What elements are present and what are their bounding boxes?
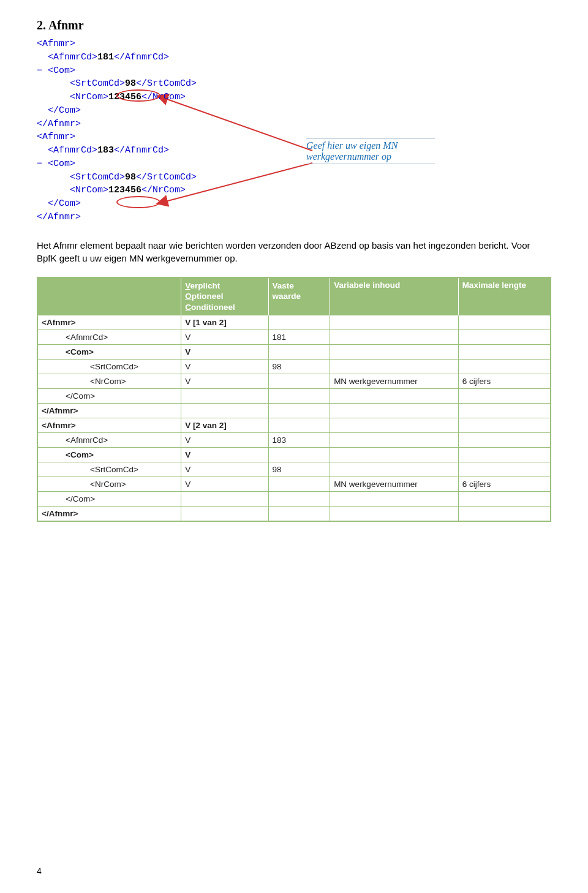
cell-element: <Afnmr> [37, 418, 181, 433]
cell-element: <AfnmrCd> [37, 330, 181, 345]
table-header-row: Verplicht Optioneel Conditioneel Vaste w… [37, 277, 551, 315]
table-row: <NrCom>VMN werkgevernummer6 cijfers [37, 477, 551, 492]
xml-line: </Afnmr> [37, 211, 551, 224]
xml-text: <NrCom> [70, 185, 108, 195]
table-row: <SrtComCd>V98 [37, 360, 551, 374]
cell-vaste [268, 345, 330, 360]
xml-text: </SrtComCd> [136, 172, 197, 183]
cell-max [458, 315, 551, 330]
xml-text: <SrtComCd> [70, 78, 125, 89]
cell-voc: V [181, 374, 268, 389]
table-row: <Com>V [37, 345, 551, 360]
th-text: onditioneel [191, 303, 235, 312]
annotation-box: Geef hier uw eigen MN werkgevernummer op [306, 138, 441, 165]
xml-line: − <Com> [37, 64, 551, 78]
table-row: </Afnmr> [37, 507, 551, 522]
cell-max: 6 cijfers [458, 374, 551, 389]
cell-voc: V [181, 345, 268, 360]
cell-element: </Afnmr> [37, 404, 181, 418]
xml-value: 98 [125, 78, 136, 89]
xml-text: <Com> [48, 66, 75, 76]
cell-variabele [330, 360, 459, 374]
th-element [37, 277, 181, 315]
xml-value: 123456 [108, 185, 141, 195]
section-title: 2. Afnmr [37, 18, 551, 32]
table-row: <Afnmr>V [1 van 2] [37, 315, 551, 330]
xml-value: 183 [97, 145, 114, 156]
xml-line: <NrCom>123456</NrCom> [37, 184, 551, 197]
xml-text: <AfnmrCd> [48, 52, 97, 62]
xml-line: <SrtComCd>98</SrtComCd> [37, 171, 551, 184]
cell-voc: V [181, 433, 268, 448]
cell-variabele: MN werkgevernummer [330, 477, 459, 492]
th-variabele: Variabele inhoud [330, 277, 459, 315]
cell-variabele [330, 404, 459, 418]
th-text: O [185, 292, 192, 301]
cell-variabele [330, 345, 459, 360]
cell-element: <SrtComCd> [37, 462, 181, 477]
th-text: ptioneel [192, 292, 224, 301]
xml-line: </Com> [37, 197, 551, 211]
cell-variabele [330, 433, 459, 448]
cell-element: </Com> [37, 492, 181, 507]
th-max: Maximale lengte [458, 277, 551, 315]
xml-text: </NrCom> [141, 185, 186, 195]
cell-max [458, 492, 551, 507]
cell-element: <Com> [37, 345, 181, 360]
circle-highlight-2 [116, 196, 160, 208]
cell-vaste: 183 [268, 433, 330, 448]
cell-element: <NrCom> [37, 374, 181, 389]
table-row: </Com> [37, 389, 551, 404]
cell-vaste: 98 [268, 360, 330, 374]
cell-variabele [330, 315, 459, 330]
table-row: </Afnmr> [37, 404, 551, 418]
cell-variabele: MN werkgevernummer [330, 374, 459, 389]
th-vaste: Vaste waarde [268, 277, 330, 315]
cell-voc [181, 492, 268, 507]
cell-element: </Com> [37, 389, 181, 404]
collapse-icon: − [37, 64, 48, 78]
xml-line: − <Com> [37, 157, 551, 171]
annotation-divider [306, 138, 435, 139]
collapse-icon: − [37, 157, 48, 171]
cell-voc: V [1 van 2] [181, 315, 268, 330]
cell-max [458, 360, 551, 374]
xml-line: </Afnmr> [37, 118, 551, 131]
table-row: <Afnmr>V [2 van 2] [37, 418, 551, 433]
cell-voc: V [181, 448, 268, 462]
cell-voc [181, 404, 268, 418]
cell-element: <Com> [37, 448, 181, 462]
cell-variabele [330, 448, 459, 462]
cell-element: <AfnmrCd> [37, 433, 181, 448]
cell-max [458, 507, 551, 522]
cell-max [458, 330, 551, 345]
annotation-line1: Geef hier uw eigen MN [306, 140, 441, 151]
cell-vaste: 98 [268, 462, 330, 477]
cell-voc: V [181, 360, 268, 374]
xml-line: <Afnmr> [37, 130, 551, 144]
cell-vaste [268, 492, 330, 507]
xml-example-block: Geef hier uw eigen MN werkgevernummer op… [37, 37, 551, 224]
cell-vaste [268, 389, 330, 404]
table-row: <AfnmrCd>V183 [37, 433, 551, 448]
cell-vaste [268, 477, 330, 492]
xml-line: <Afnmr> [37, 37, 551, 51]
cell-max: 6 cijfers [458, 477, 551, 492]
cell-vaste [268, 404, 330, 418]
cell-vaste [268, 315, 330, 330]
cell-max [458, 448, 551, 462]
cell-voc: V [181, 330, 268, 345]
xml-text: </AfnmrCd> [114, 145, 169, 156]
th-text: erplicht [190, 281, 220, 290]
cell-voc: V [2 van 2] [181, 418, 268, 433]
th-text: C [185, 303, 191, 312]
xml-line: <NrCom>123456</NrCom> [37, 91, 551, 104]
xml-line: <AfnmrCd>183</AfnmrCd> [37, 144, 551, 157]
cell-vaste [268, 448, 330, 462]
table-row: <SrtComCd>V98 [37, 462, 551, 477]
xml-text: </SrtComCd> [136, 78, 197, 89]
xml-line: <SrtComCd>98</SrtComCd> [37, 77, 551, 91]
spec-table: Verplicht Optioneel Conditioneel Vaste w… [37, 277, 551, 522]
cell-element: <NrCom> [37, 477, 181, 492]
table-row: <AfnmrCd>V181 [37, 330, 551, 345]
